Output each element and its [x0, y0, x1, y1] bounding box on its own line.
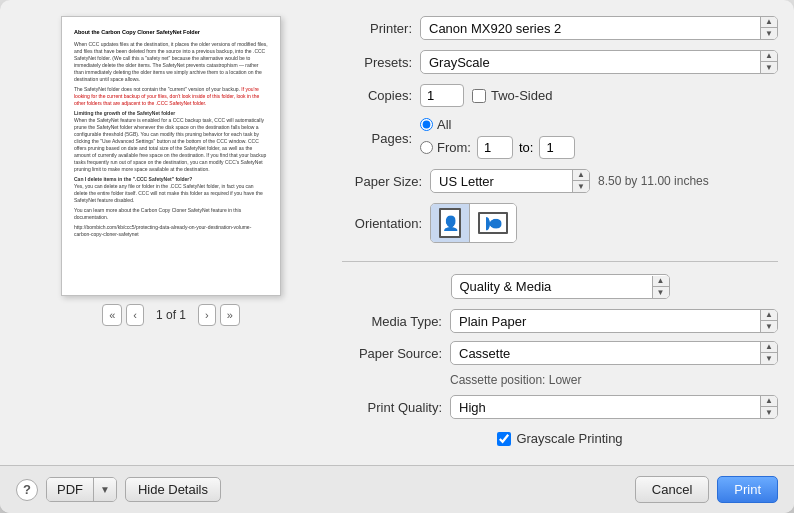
paper-source-label: Paper Source: [342, 346, 442, 361]
pages-from-radio[interactable] [420, 141, 433, 154]
paper-source-row: Paper Source: Cassette Rear Tray ▲ ▼ [342, 341, 778, 365]
portrait-button[interactable]: 👤 [431, 204, 470, 242]
print-quality-select[interactable]: High Standard Fast [451, 397, 760, 418]
paper-source-select[interactable]: Cassette Rear Tray [451, 343, 760, 364]
paper-size-label: Paper Size: [342, 174, 422, 189]
grayscale-row: Grayscale Printing [342, 431, 778, 446]
cassette-info: Cassette position: Lower [450, 373, 778, 387]
bottom-bar: ? PDF ▼ Hide Details Cancel Print [0, 465, 794, 513]
page-indicator: 1 of 1 [148, 308, 194, 322]
print-quality-label: Print Quality: [342, 400, 442, 415]
first-page-button[interactable]: « [102, 304, 122, 326]
preview-page: About the Carbon Copy Cloner SafetyNet F… [61, 16, 281, 296]
last-page-button[interactable]: » [220, 304, 240, 326]
section-selector-row: Quality & Media Color Matching Paper Han… [342, 274, 778, 299]
section-dropdown-down[interactable]: ▼ [653, 287, 669, 298]
print-dialog: About the Carbon Copy Cloner SafetyNet F… [0, 0, 794, 513]
preview-navigation: « ‹ 1 of 1 › » [102, 304, 240, 326]
pages-all-radio[interactable] [420, 118, 433, 131]
preview-panel: About the Carbon Copy Cloner SafetyNet F… [16, 16, 326, 449]
pages-label: Pages: [342, 131, 412, 146]
presets-stepper-up[interactable]: ▲ [761, 51, 777, 62]
presets-label: Presets: [342, 55, 412, 70]
pages-group: All From: to: [420, 117, 575, 159]
media-type-select-wrapper: Plain Paper Glossy Photo Paper ▲ ▼ [450, 309, 778, 333]
cancel-button[interactable]: Cancel [635, 476, 709, 503]
pages-to-text: to: [519, 140, 533, 155]
section-dropdown[interactable]: Quality & Media Color Matching Paper Han… [452, 275, 652, 298]
pages-row: Pages: All From: to: [342, 117, 778, 159]
paper-size-stepper-down[interactable]: ▼ [573, 181, 589, 192]
printer-label: Printer: [342, 21, 412, 36]
media-type-label: Media Type: [342, 314, 442, 329]
paper-size-select-wrapper: US Letter ▲ ▼ [430, 169, 590, 193]
pages-from-input[interactable] [477, 136, 513, 159]
presets-stepper-down[interactable]: ▼ [761, 62, 777, 73]
print-quality-up[interactable]: ▲ [761, 396, 777, 407]
paper-size-description: 8.50 by 11.00 inches [598, 174, 709, 188]
two-sided-label[interactable]: Two-Sided [472, 88, 552, 103]
paper-source-down[interactable]: ▼ [761, 353, 777, 364]
hide-details-button[interactable]: Hide Details [125, 477, 221, 502]
two-sided-checkbox[interactable] [472, 89, 486, 103]
pdf-dropdown-button[interactable]: ▼ [93, 478, 116, 501]
print-quality-down[interactable]: ▼ [761, 407, 777, 418]
section-dropdown-wrapper: Quality & Media Color Matching Paper Han… [451, 274, 670, 299]
grayscale-label[interactable]: Grayscale Printing [497, 431, 622, 446]
orientation-row: Orientation: 👤 👤 [342, 203, 778, 243]
settings-panel: Printer: Canon MX920 series 2 ▲ ▼ Preset… [342, 16, 778, 449]
copies-input[interactable] [420, 84, 464, 107]
media-type-select[interactable]: Plain Paper Glossy Photo Paper [451, 311, 760, 332]
pages-from-label[interactable]: From: [420, 140, 471, 155]
pages-to-input[interactable] [539, 136, 575, 159]
grayscale-checkbox[interactable] [497, 432, 511, 446]
quality-section: Quality & Media Color Matching Paper Han… [342, 274, 778, 446]
divider [342, 261, 778, 262]
printer-stepper-up[interactable]: ▲ [761, 17, 777, 28]
help-button[interactable]: ? [16, 479, 38, 501]
section-dropdown-up[interactable]: ▲ [653, 276, 669, 287]
prev-page-button[interactable]: ‹ [126, 304, 144, 326]
orientation-buttons: 👤 👤 [430, 203, 517, 243]
pdf-button[interactable]: PDF [47, 478, 93, 501]
paper-source-up[interactable]: ▲ [761, 342, 777, 353]
print-quality-select-wrapper: High Standard Fast ▲ ▼ [450, 395, 778, 419]
printer-select[interactable]: Canon MX920 series 2 [421, 18, 760, 39]
landscape-button[interactable]: 👤 [470, 204, 516, 242]
copies-label: Copies: [342, 88, 412, 103]
pdf-button-group: PDF ▼ [46, 477, 117, 502]
next-page-button[interactable]: › [198, 304, 216, 326]
printer-row: Printer: Canon MX920 series 2 ▲ ▼ [342, 16, 778, 40]
paper-size-stepper-up[interactable]: ▲ [573, 170, 589, 181]
pages-all-label[interactable]: All [420, 117, 451, 132]
presets-row: Presets: GrayScale ▲ ▼ [342, 50, 778, 74]
copies-row: Copies: Two-Sided [342, 84, 778, 107]
media-type-down[interactable]: ▼ [761, 321, 777, 332]
media-type-up[interactable]: ▲ [761, 310, 777, 321]
paper-size-select[interactable]: US Letter [431, 171, 572, 192]
paper-size-row: Paper Size: US Letter ▲ ▼ 8.50 by 11.00 … [342, 169, 778, 193]
paper-source-select-wrapper: Cassette Rear Tray ▲ ▼ [450, 341, 778, 365]
print-quality-row: Print Quality: High Standard Fast ▲ ▼ [342, 395, 778, 419]
printer-select-wrapper: Canon MX920 series 2 ▲ ▼ [420, 16, 778, 40]
printer-stepper-down[interactable]: ▼ [761, 28, 777, 39]
presets-select-wrapper: GrayScale ▲ ▼ [420, 50, 778, 74]
orientation-label: Orientation: [342, 216, 422, 231]
preview-content: About the Carbon Copy Cloner SafetyNet F… [74, 29, 268, 238]
media-type-row: Media Type: Plain Paper Glossy Photo Pap… [342, 309, 778, 333]
presets-select[interactable]: GrayScale [421, 52, 760, 73]
print-button[interactable]: Print [717, 476, 778, 503]
